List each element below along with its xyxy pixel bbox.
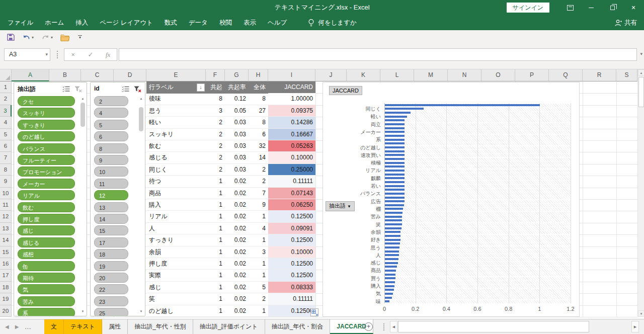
column-header-G[interactable]: G — [225, 69, 249, 81]
expand-formula-bar-icon[interactable]: ▾ — [640, 51, 642, 56]
slicer-item[interactable]: 8 — [94, 143, 128, 153]
slicer-item[interactable]: 25 — [94, 308, 128, 316]
column-header-S[interactable]: S — [616, 69, 637, 81]
ribbon-tab-8[interactable]: 表示 — [242, 15, 258, 30]
row-header-8[interactable]: 8 — [0, 164, 12, 176]
save-button[interactable] — [5, 32, 16, 43]
multi-select-icon[interactable] — [121, 85, 130, 93]
ribbon-tab-1[interactable]: ファイル — [6, 15, 35, 30]
slicer-item[interactable]: 6 — [94, 131, 128, 141]
formula-input[interactable] — [119, 48, 637, 61]
new-sheet-button[interactable]: + — [364, 322, 373, 331]
ribbon-tab-3[interactable]: 挿入 — [74, 15, 90, 30]
sheet-overflow-button[interactable]: ... — [25, 323, 31, 330]
redo-button[interactable]: ▾ — [40, 32, 54, 43]
slicer-item[interactable]: 19 — [94, 261, 128, 271]
slicer-item[interactable]: 期待 — [18, 273, 75, 283]
row-header-4[interactable]: 4 — [0, 117, 12, 128]
slicer-item[interactable]: 10 — [94, 166, 128, 177]
slicer-item[interactable]: 11 — [94, 179, 128, 189]
row-header-2[interactable]: 2 — [0, 93, 12, 105]
row-header-9[interactable]: 9 — [0, 176, 12, 187]
column-header-E[interactable]: E — [146, 69, 206, 81]
pivot-header-4[interactable]: 全体 — [249, 81, 268, 94]
slicer-item[interactable]: メーカー — [18, 179, 75, 189]
pivot-header-3[interactable]: 共起率 — [225, 81, 249, 94]
column-header-J[interactable]: J — [315, 69, 347, 81]
slicer-item[interactable]: のど越し — [18, 131, 75, 141]
share-button[interactable]: 共有 — [614, 15, 637, 30]
scroll-up-icon[interactable]: ▲ — [638, 69, 644, 76]
row-header-15[interactable]: 15 — [0, 246, 12, 258]
row-header-1[interactable]: 1 — [0, 81, 12, 93]
row-header-13[interactable]: 13 — [0, 223, 12, 234]
column-header-O[interactable]: O — [481, 69, 515, 81]
column-header-L[interactable]: L — [380, 69, 414, 81]
slicer-item[interactable]: 押し度 — [18, 214, 75, 224]
column-header-R[interactable]: R — [583, 69, 616, 81]
sheet-tab-4[interactable]: 抽出語_年代・性別 — [128, 319, 193, 334]
horizontal-scroll-thumb[interactable] — [398, 321, 589, 332]
scroll-right-icon[interactable]: ▶ — [631, 321, 639, 332]
chart-value-field-button[interactable]: JACCARD — [329, 86, 362, 95]
row-header-19[interactable]: 19 — [0, 293, 12, 305]
slicer-item[interactable]: 2 — [94, 96, 128, 106]
name-box-dropdown-icon[interactable]: ▾ — [45, 52, 48, 57]
scroll-left-icon[interactable]: ◀ — [390, 321, 397, 332]
slicer-item[interactable]: 5 — [94, 120, 128, 130]
slicer-item[interactable]: クセ — [18, 96, 75, 106]
scroll-down-icon[interactable]: ▼ — [638, 310, 644, 317]
clear-filter-icon[interactable] — [73, 85, 83, 93]
scroll-down-icon[interactable]: ▼ — [80, 309, 86, 314]
sheet-tab-3[interactable]: 属性 — [102, 319, 128, 334]
column-header-D[interactable]: D — [114, 69, 146, 81]
column-header-P[interactable]: P — [515, 69, 549, 81]
row-header-6[interactable]: 6 — [0, 140, 12, 152]
horizontal-scrollbar[interactable]: ◀ ▶ — [390, 321, 639, 332]
sheet-nav-right-icon[interactable]: ▶ — [15, 324, 19, 329]
redo-dropdown-icon[interactable]: ▾ — [51, 35, 53, 40]
restore-button[interactable] — [602, 0, 623, 15]
slicer-item[interactable]: 苦み — [18, 296, 75, 306]
sheet-nav-left-icon[interactable]: ◀ — [5, 324, 9, 329]
ribbon-tab-4[interactable]: ページ レイアウト — [98, 15, 154, 30]
slicer-item[interactable]: プロモーション — [18, 166, 75, 177]
slicer-item[interactable]: 飲む — [18, 202, 75, 212]
slicer-item[interactable]: 13 — [94, 202, 128, 212]
column-header-F[interactable]: F — [206, 69, 225, 81]
name-box[interactable]: A3 ▾ — [4, 48, 50, 61]
slicer-item[interactable]: 感想 — [18, 249, 75, 259]
slicer-item[interactable]: 23 — [94, 296, 128, 306]
slicer-item[interactable]: 22 — [94, 284, 128, 294]
ribbon-tab-5[interactable]: 数式 — [163, 15, 179, 30]
slicer-item[interactable]: 18 — [94, 249, 128, 259]
slicer-scrollbar[interactable]: ▲ ▼ — [80, 96, 86, 314]
undo-dropdown-icon[interactable]: ▾ — [32, 35, 34, 40]
sheet-tab-6[interactable]: 抽出語_年代・割合 — [265, 319, 331, 334]
sheet-tab-2[interactable]: テキスト — [64, 319, 102, 334]
select-all-button[interactable] — [0, 69, 12, 81]
slicer-item[interactable]: 感じる — [18, 237, 75, 247]
multi-select-icon[interactable] — [61, 85, 70, 93]
row-header-3[interactable]: 3 — [0, 105, 12, 117]
quick-explore-button[interactable] — [310, 308, 318, 316]
sort-filter-button[interactable]: ↓ — [197, 84, 205, 92]
ribbon-tab-2[interactable]: ホーム — [43, 15, 65, 30]
scroll-up-icon[interactable]: ▲ — [138, 96, 144, 102]
ribbon-tab-7[interactable]: 校閲 — [218, 15, 233, 30]
pivot-header-2[interactable]: 共起 — [206, 81, 225, 94]
column-header-N[interactable]: N — [448, 69, 481, 81]
slicer-item[interactable]: バランス — [18, 143, 75, 153]
slicer-item[interactable]: 4 — [94, 108, 128, 118]
minimize-button[interactable] — [581, 0, 602, 15]
slicer-extract-words[interactable]: 抽出語 クセスッキリすっきりのど越しバランスフルーティープロモーションメーカーリ… — [14, 82, 87, 316]
slicer-item[interactable]: 20 — [94, 273, 128, 283]
row-header-20[interactable]: 20 — [0, 305, 12, 317]
column-header-K[interactable]: K — [347, 69, 380, 81]
row-header-17[interactable]: 17 — [0, 270, 12, 281]
slicer-item[interactable]: 系 — [18, 308, 75, 316]
row-header-5[interactable]: 5 — [0, 129, 12, 140]
slicer-item[interactable]: 気 — [18, 284, 75, 294]
column-header-B[interactable]: B — [49, 69, 81, 81]
ribbon-display-options-button[interactable] — [559, 0, 581, 15]
